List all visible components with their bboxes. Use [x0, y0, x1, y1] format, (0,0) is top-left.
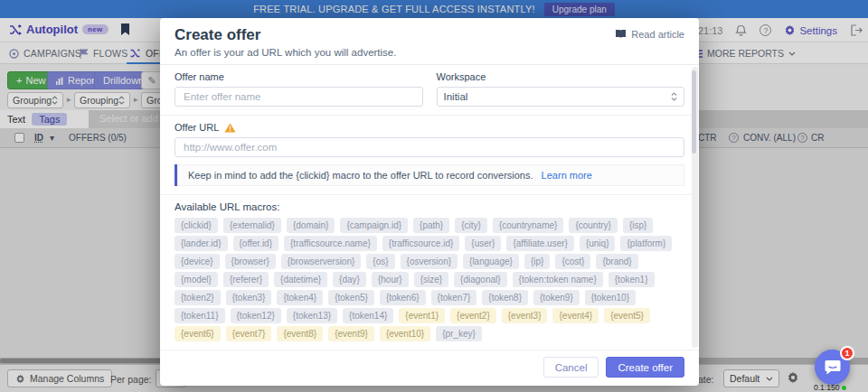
macro-chip[interactable]: {countryname} — [493, 218, 564, 233]
macro-chip[interactable]: {path} — [413, 218, 449, 233]
macro-chip[interactable]: {event2} — [450, 308, 496, 323]
offer-name-input[interactable] — [175, 87, 423, 107]
offer-url-label: Offer URL — [175, 122, 219, 133]
macro-chip[interactable]: {affiliate.user} — [506, 236, 573, 251]
chat-notification-badge: 1 — [840, 346, 854, 360]
name-workspace-section: Offer name Workspace Initial — [160, 65, 699, 115]
learn-more-link[interactable]: Learn more — [542, 170, 592, 181]
macro-chip[interactable]: {ip} — [524, 254, 550, 269]
macro-chip[interactable]: {token11} — [175, 308, 225, 323]
macro-chip[interactable]: {token13} — [287, 308, 337, 323]
read-article-link[interactable]: Read article — [615, 26, 684, 58]
macro-chip[interactable]: {city} — [455, 218, 487, 233]
macro-chip[interactable]: {hour} — [372, 272, 409, 287]
book-icon — [615, 29, 627, 39]
macro-chip[interactable]: {os} — [366, 254, 394, 269]
macro-chip[interactable]: {referer} — [223, 272, 269, 287]
macro-chip[interactable]: {campaign.id} — [340, 218, 408, 233]
macro-chip[interactable]: {token10} — [585, 290, 636, 305]
macro-chip[interactable]: {token8} — [482, 290, 528, 305]
macro-chip[interactable]: {token:token name} — [513, 272, 603, 287]
offer-url-input[interactable] — [175, 137, 684, 157]
warning-icon — [224, 123, 236, 133]
macro-chip[interactable]: {event10} — [380, 326, 430, 341]
modal-scrollbar[interactable] — [692, 67, 698, 348]
macro-chip[interactable]: {token12} — [231, 308, 281, 323]
macro-chip[interactable]: {event8} — [277, 326, 323, 341]
clickid-note: Keep in mind to add the {clickid} macro … — [175, 164, 684, 186]
macro-chip[interactable]: {clickid} — [175, 218, 218, 233]
macro-chip[interactable]: {isp} — [623, 218, 653, 233]
macro-chip[interactable]: {event6} — [175, 326, 221, 341]
macro-chip[interactable]: {token5} — [328, 290, 374, 305]
macro-chip[interactable]: {user} — [465, 236, 501, 251]
create-offer-modal: Create offer An offer is your ad URL whi… — [160, 18, 699, 386]
macro-chip[interactable]: {token9} — [533, 290, 580, 305]
modal-header: Create offer An offer is your ad URL whi… — [160, 18, 699, 65]
macro-chip[interactable]: {datetime} — [274, 272, 327, 287]
macro-chip[interactable]: {osversion} — [401, 254, 458, 269]
macro-chip[interactable]: {cost} — [555, 254, 590, 269]
version-number: 0.1.150 — [814, 383, 839, 392]
macro-chip[interactable]: {token14} — [343, 308, 393, 323]
macro-chip[interactable]: {trafficsource.id} — [382, 236, 460, 251]
macros-heading: Available URL macros: — [175, 201, 684, 212]
clickid-note-text: Keep in mind to add the {clickid} macro … — [188, 170, 533, 181]
macro-chip[interactable]: {domain} — [287, 218, 335, 233]
modal-scrollbar-thumb[interactable] — [692, 70, 696, 154]
macro-chip[interactable]: {model} — [175, 272, 218, 287]
cancel-button[interactable]: Cancel — [543, 357, 599, 378]
macro-chip[interactable]: {pr_key} — [436, 326, 482, 341]
offer-url-section: Offer URL Keep in mind to add the {click… — [160, 115, 699, 194]
workspace-label: Workspace — [437, 71, 685, 82]
status-dot — [842, 386, 846, 390]
macro-chip[interactable]: {brand} — [596, 254, 637, 269]
updown-icon — [671, 92, 677, 101]
macro-chip[interactable]: {event7} — [226, 326, 272, 341]
macro-chip[interactable]: {event5} — [604, 308, 650, 323]
modal-body: Offer name Workspace Initial Offer URL — [160, 65, 699, 350]
macro-chip[interactable]: {event1} — [399, 308, 445, 323]
read-article-label: Read article — [631, 29, 684, 40]
modal-footer: Cancel Create offer — [160, 350, 699, 386]
macro-chip[interactable]: {country} — [569, 218, 617, 233]
macro-chip[interactable]: {diagonal} — [454, 272, 507, 287]
macro-chip[interactable]: {token2} — [175, 290, 221, 305]
macro-chip[interactable]: {token1} — [609, 272, 655, 287]
macro-chip[interactable]: {token6} — [380, 290, 426, 305]
macro-chip[interactable]: {size} — [414, 272, 448, 287]
macro-chip[interactable]: {externalid} — [223, 218, 281, 233]
macros-section: Available URL macros: {clickid}{external… — [160, 194, 699, 350]
macro-list: {clickid}{externalid}{domain}{campaign.i… — [175, 218, 684, 341]
macro-chip[interactable]: {browser} — [225, 254, 276, 269]
macro-chip[interactable]: {language} — [463, 254, 519, 269]
macro-chip[interactable]: {token4} — [277, 290, 323, 305]
macro-chip[interactable]: {platform} — [620, 236, 672, 251]
macro-chip[interactable]: {event9} — [328, 326, 374, 341]
workspace-select[interactable]: Initial — [437, 87, 685, 107]
modal-title: Create offer — [175, 26, 396, 44]
macro-chip[interactable]: {token7} — [431, 290, 477, 305]
macro-chip[interactable]: {trafficsource.name} — [284, 236, 377, 251]
offer-name-label: Offer name — [175, 71, 423, 82]
macro-chip[interactable]: {event3} — [502, 308, 548, 323]
workspace-value: Initial — [444, 91, 468, 102]
modal-subtitle: An offer is your ad URL which you will a… — [175, 47, 396, 58]
macro-chip[interactable]: {day} — [333, 272, 366, 287]
version-label: 0.1.150 — [814, 383, 846, 392]
macro-chip[interactable]: {browserversion} — [281, 254, 361, 269]
macro-chip[interactable]: {lander.id} — [175, 236, 228, 251]
create-offer-button[interactable]: Create offer — [606, 357, 684, 378]
macro-chip[interactable]: {event4} — [552, 308, 599, 323]
macro-chip[interactable]: {device} — [175, 254, 220, 269]
chat-bubble-icon — [825, 359, 841, 375]
macro-chip[interactable]: {offer.id} — [233, 236, 279, 251]
macro-chip[interactable]: {uniq} — [580, 236, 616, 251]
macro-chip[interactable]: {token3} — [226, 290, 272, 305]
